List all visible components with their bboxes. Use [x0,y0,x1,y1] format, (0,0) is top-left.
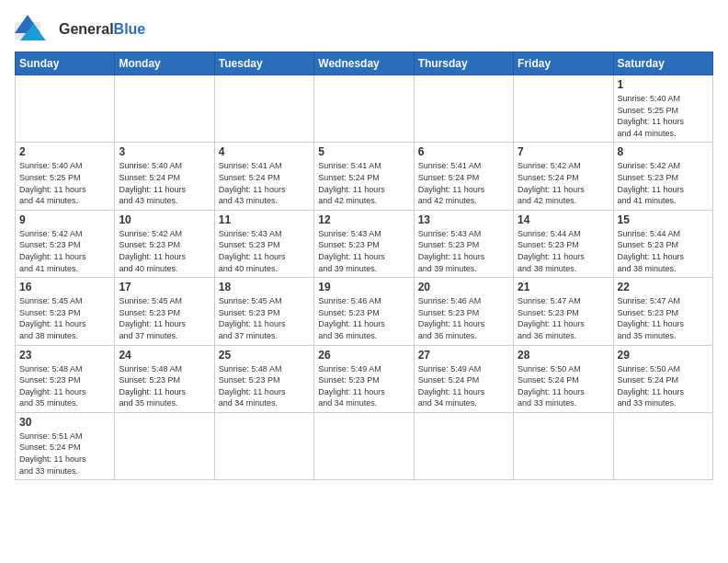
calendar-day-cell [314,412,414,479]
calendar-day-cell: 16Sunrise: 5:45 AM Sunset: 5:23 PM Dayli… [16,278,115,345]
day-info: Sunrise: 5:50 AM Sunset: 5:24 PM Dayligh… [518,363,609,409]
calendar-day-cell: 29Sunrise: 5:50 AM Sunset: 5:24 PM Dayli… [613,345,712,412]
day-number: 5 [318,145,409,158]
calendar-day-cell [214,412,313,479]
day-number: 21 [518,281,609,293]
logo-icon [15,15,55,44]
day-number: 13 [418,213,509,226]
day-info: Sunrise: 5:40 AM Sunset: 5:25 PM Dayligh… [618,93,709,139]
calendar-day-cell: 14Sunrise: 5:44 AM Sunset: 5:23 PM Dayli… [514,210,613,277]
day-info: Sunrise: 5:47 AM Sunset: 5:23 PM Dayligh… [618,295,709,341]
calendar-day-cell: 7Sunrise: 5:42 AM Sunset: 5:24 PM Daylig… [514,143,613,210]
day-number: 16 [19,281,110,293]
logo-text: GeneralBlue [59,21,145,38]
day-number: 6 [418,145,509,158]
day-info: Sunrise: 5:40 AM Sunset: 5:25 PM Dayligh… [19,160,110,206]
calendar-day-cell: 20Sunrise: 5:46 AM Sunset: 5:23 PM Dayli… [414,278,513,345]
page-container: GeneralBlue Sunday Monday Tuesday Wednes… [15,15,713,480]
day-info: Sunrise: 5:49 AM Sunset: 5:23 PM Dayligh… [318,363,409,409]
calendar-day-cell: 3Sunrise: 5:40 AM Sunset: 5:24 PM Daylig… [115,143,214,210]
day-number: 19 [318,281,409,293]
day-info: Sunrise: 5:43 AM Sunset: 5:23 PM Dayligh… [219,228,310,274]
day-info: Sunrise: 5:45 AM Sunset: 5:23 PM Dayligh… [119,295,210,341]
calendar-day-cell: 1Sunrise: 5:40 AM Sunset: 5:25 PM Daylig… [613,75,712,143]
calendar-day-cell: 23Sunrise: 5:48 AM Sunset: 5:23 PM Dayli… [16,345,115,412]
day-number: 4 [219,145,310,158]
calendar-day-cell: 2Sunrise: 5:40 AM Sunset: 5:25 PM Daylig… [16,143,115,210]
calendar-day-cell [16,75,115,143]
calendar-week-row: 1Sunrise: 5:40 AM Sunset: 5:25 PM Daylig… [16,75,713,143]
calendar-week-row: 9Sunrise: 5:42 AM Sunset: 5:23 PM Daylig… [16,210,713,277]
day-info: Sunrise: 5:45 AM Sunset: 5:23 PM Dayligh… [19,295,110,341]
day-info: Sunrise: 5:46 AM Sunset: 5:23 PM Dayligh… [418,295,509,341]
day-info: Sunrise: 5:42 AM Sunset: 5:23 PM Dayligh… [19,228,110,274]
calendar-day-cell: 19Sunrise: 5:46 AM Sunset: 5:23 PM Dayli… [314,278,414,345]
day-number: 1 [618,78,709,91]
calendar-day-cell [514,75,613,143]
day-info: Sunrise: 5:43 AM Sunset: 5:23 PM Dayligh… [418,228,509,274]
day-info: Sunrise: 5:42 AM Sunset: 5:24 PM Dayligh… [518,160,609,206]
calendar-table: Sunday Monday Tuesday Wednesday Thursday… [15,52,713,480]
calendar-day-cell: 25Sunrise: 5:48 AM Sunset: 5:23 PM Dayli… [214,345,313,412]
header-tuesday: Tuesday [214,52,313,75]
calendar-day-cell: 21Sunrise: 5:47 AM Sunset: 5:23 PM Dayli… [514,278,613,345]
day-info: Sunrise: 5:42 AM Sunset: 5:23 PM Dayligh… [119,228,210,274]
calendar-day-cell: 22Sunrise: 5:47 AM Sunset: 5:23 PM Dayli… [613,278,712,345]
calendar-day-cell: 10Sunrise: 5:42 AM Sunset: 5:23 PM Dayli… [115,210,214,277]
calendar-week-row: 30Sunrise: 5:51 AM Sunset: 5:24 PM Dayli… [16,412,713,479]
calendar-day-cell: 26Sunrise: 5:49 AM Sunset: 5:23 PM Dayli… [314,345,414,412]
calendar-day-cell [613,412,712,479]
day-info: Sunrise: 5:40 AM Sunset: 5:24 PM Dayligh… [119,160,210,206]
day-info: Sunrise: 5:51 AM Sunset: 5:24 PM Dayligh… [19,431,110,477]
calendar-day-cell [314,75,414,143]
day-number: 2 [19,145,110,158]
day-info: Sunrise: 5:42 AM Sunset: 5:23 PM Dayligh… [618,160,709,206]
day-number: 14 [518,213,609,226]
day-number: 26 [318,349,409,362]
calendar-day-cell: 11Sunrise: 5:43 AM Sunset: 5:23 PM Dayli… [214,210,313,277]
header-monday: Monday [115,52,214,75]
logo-area: GeneralBlue [15,15,145,44]
calendar-day-cell: 6Sunrise: 5:41 AM Sunset: 5:24 PM Daylig… [414,143,513,210]
header-thursday: Thursday [414,52,513,75]
day-info: Sunrise: 5:50 AM Sunset: 5:24 PM Dayligh… [618,363,709,409]
day-number: 8 [618,145,709,158]
calendar-day-cell [414,412,513,479]
day-number: 7 [518,145,609,158]
header-wednesday: Wednesday [314,52,414,75]
day-number: 24 [119,349,210,362]
calendar-day-cell: 13Sunrise: 5:43 AM Sunset: 5:23 PM Dayli… [414,210,513,277]
day-number: 30 [19,416,110,429]
calendar-day-cell: 24Sunrise: 5:48 AM Sunset: 5:23 PM Dayli… [115,345,214,412]
day-info: Sunrise: 5:41 AM Sunset: 5:24 PM Dayligh… [219,160,310,206]
day-info: Sunrise: 5:45 AM Sunset: 5:23 PM Dayligh… [219,295,310,341]
day-info: Sunrise: 5:48 AM Sunset: 5:23 PM Dayligh… [219,363,310,409]
day-info: Sunrise: 5:47 AM Sunset: 5:23 PM Dayligh… [518,295,609,341]
day-number: 10 [119,213,210,226]
calendar-day-cell [115,75,214,143]
day-info: Sunrise: 5:48 AM Sunset: 5:23 PM Dayligh… [119,363,210,409]
day-info: Sunrise: 5:44 AM Sunset: 5:23 PM Dayligh… [618,228,709,274]
calendar-day-cell: 17Sunrise: 5:45 AM Sunset: 5:23 PM Dayli… [115,278,214,345]
calendar-day-cell [514,412,613,479]
day-info: Sunrise: 5:44 AM Sunset: 5:23 PM Dayligh… [518,228,609,274]
logo: GeneralBlue [15,15,145,44]
day-number: 28 [518,349,609,362]
day-info: Sunrise: 5:41 AM Sunset: 5:24 PM Dayligh… [318,160,409,206]
calendar-day-cell: 27Sunrise: 5:49 AM Sunset: 5:24 PM Dayli… [414,345,513,412]
calendar-week-row: 23Sunrise: 5:48 AM Sunset: 5:23 PM Dayli… [16,345,713,412]
calendar-day-cell: 30Sunrise: 5:51 AM Sunset: 5:24 PM Dayli… [16,412,115,479]
day-number: 11 [219,213,310,226]
day-number: 22 [618,281,709,293]
header-sunday: Sunday [16,52,115,75]
calendar-week-row: 2Sunrise: 5:40 AM Sunset: 5:25 PM Daylig… [16,143,713,210]
day-info: Sunrise: 5:43 AM Sunset: 5:23 PM Dayligh… [318,228,409,274]
day-number: 15 [618,213,709,226]
header: GeneralBlue [15,15,713,44]
day-info: Sunrise: 5:46 AM Sunset: 5:23 PM Dayligh… [318,295,409,341]
day-number: 25 [219,349,310,362]
day-number: 17 [119,281,210,293]
day-number: 29 [618,349,709,362]
day-info: Sunrise: 5:41 AM Sunset: 5:24 PM Dayligh… [418,160,509,206]
day-number: 20 [418,281,509,293]
